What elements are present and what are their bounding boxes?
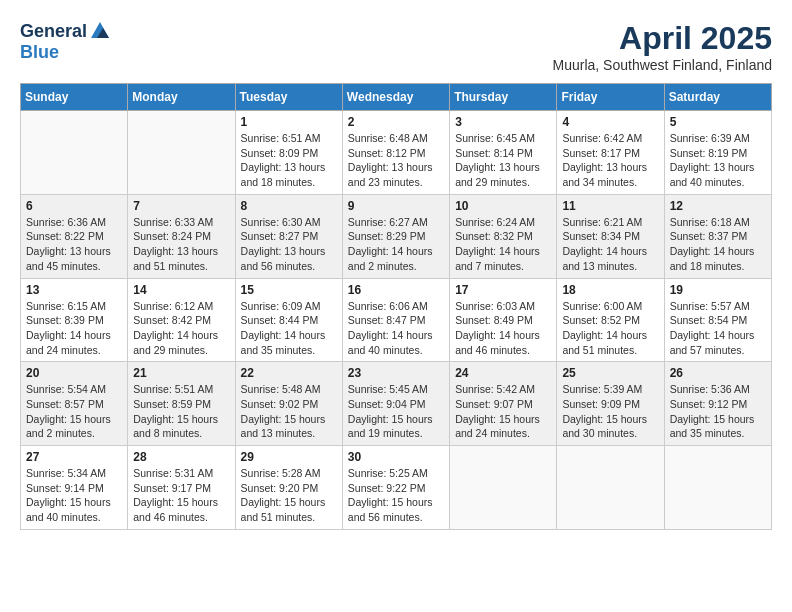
- day-info: Sunrise: 5:57 AM Sunset: 8:54 PM Dayligh…: [670, 299, 766, 358]
- logo-icon: [89, 20, 111, 42]
- day-info: Sunrise: 5:51 AM Sunset: 8:59 PM Dayligh…: [133, 382, 229, 441]
- day-number: 19: [670, 283, 766, 297]
- calendar-cell: 21Sunrise: 5:51 AM Sunset: 8:59 PM Dayli…: [128, 362, 235, 446]
- day-info: Sunrise: 6:12 AM Sunset: 8:42 PM Dayligh…: [133, 299, 229, 358]
- calendar-cell: 26Sunrise: 5:36 AM Sunset: 9:12 PM Dayli…: [664, 362, 771, 446]
- day-info: Sunrise: 5:25 AM Sunset: 9:22 PM Dayligh…: [348, 466, 444, 525]
- calendar-cell: 28Sunrise: 5:31 AM Sunset: 9:17 PM Dayli…: [128, 446, 235, 530]
- day-number: 24: [455, 366, 551, 380]
- day-number: 15: [241, 283, 337, 297]
- day-info: Sunrise: 5:42 AM Sunset: 9:07 PM Dayligh…: [455, 382, 551, 441]
- day-number: 10: [455, 199, 551, 213]
- calendar-cell: 12Sunrise: 6:18 AM Sunset: 8:37 PM Dayli…: [664, 194, 771, 278]
- day-info: Sunrise: 5:48 AM Sunset: 9:02 PM Dayligh…: [241, 382, 337, 441]
- location-text: Muurla, Southwest Finland, Finland: [553, 57, 772, 73]
- weekday-header-monday: Monday: [128, 84, 235, 111]
- day-number: 9: [348, 199, 444, 213]
- day-number: 1: [241, 115, 337, 129]
- day-number: 22: [241, 366, 337, 380]
- day-info: Sunrise: 5:45 AM Sunset: 9:04 PM Dayligh…: [348, 382, 444, 441]
- calendar-cell: [664, 446, 771, 530]
- calendar-cell: 3Sunrise: 6:45 AM Sunset: 8:14 PM Daylig…: [450, 111, 557, 195]
- day-number: 14: [133, 283, 229, 297]
- day-info: Sunrise: 5:34 AM Sunset: 9:14 PM Dayligh…: [26, 466, 122, 525]
- day-info: Sunrise: 6:51 AM Sunset: 8:09 PM Dayligh…: [241, 131, 337, 190]
- day-number: 20: [26, 366, 122, 380]
- calendar-cell: 15Sunrise: 6:09 AM Sunset: 8:44 PM Dayli…: [235, 278, 342, 362]
- weekday-header-thursday: Thursday: [450, 84, 557, 111]
- day-info: Sunrise: 5:54 AM Sunset: 8:57 PM Dayligh…: [26, 382, 122, 441]
- weekday-header-friday: Friday: [557, 84, 664, 111]
- logo: General Blue: [20, 20, 111, 63]
- day-info: Sunrise: 6:06 AM Sunset: 8:47 PM Dayligh…: [348, 299, 444, 358]
- logo-blue-text: Blue: [20, 42, 59, 63]
- calendar-cell: 11Sunrise: 6:21 AM Sunset: 8:34 PM Dayli…: [557, 194, 664, 278]
- calendar-cell: 20Sunrise: 5:54 AM Sunset: 8:57 PM Dayli…: [21, 362, 128, 446]
- day-number: 11: [562, 199, 658, 213]
- day-number: 21: [133, 366, 229, 380]
- day-number: 5: [670, 115, 766, 129]
- title-block: April 2025 Muurla, Southwest Finland, Fi…: [553, 20, 772, 73]
- day-number: 27: [26, 450, 122, 464]
- day-info: Sunrise: 6:42 AM Sunset: 8:17 PM Dayligh…: [562, 131, 658, 190]
- day-number: 23: [348, 366, 444, 380]
- calendar-cell: 17Sunrise: 6:03 AM Sunset: 8:49 PM Dayli…: [450, 278, 557, 362]
- calendar-week-row: 6Sunrise: 6:36 AM Sunset: 8:22 PM Daylig…: [21, 194, 772, 278]
- calendar-week-row: 13Sunrise: 6:15 AM Sunset: 8:39 PM Dayli…: [21, 278, 772, 362]
- calendar-week-row: 1Sunrise: 6:51 AM Sunset: 8:09 PM Daylig…: [21, 111, 772, 195]
- page-header: General Blue April 2025 Muurla, Southwes…: [20, 20, 772, 73]
- month-title: April 2025: [553, 20, 772, 57]
- day-info: Sunrise: 6:45 AM Sunset: 8:14 PM Dayligh…: [455, 131, 551, 190]
- day-info: Sunrise: 6:24 AM Sunset: 8:32 PM Dayligh…: [455, 215, 551, 274]
- calendar-cell: 1Sunrise: 6:51 AM Sunset: 8:09 PM Daylig…: [235, 111, 342, 195]
- weekday-header-wednesday: Wednesday: [342, 84, 449, 111]
- calendar-cell: [128, 111, 235, 195]
- day-number: 12: [670, 199, 766, 213]
- calendar-cell: 23Sunrise: 5:45 AM Sunset: 9:04 PM Dayli…: [342, 362, 449, 446]
- day-info: Sunrise: 6:15 AM Sunset: 8:39 PM Dayligh…: [26, 299, 122, 358]
- calendar-cell: [557, 446, 664, 530]
- day-number: 29: [241, 450, 337, 464]
- calendar-week-row: 27Sunrise: 5:34 AM Sunset: 9:14 PM Dayli…: [21, 446, 772, 530]
- day-info: Sunrise: 6:39 AM Sunset: 8:19 PM Dayligh…: [670, 131, 766, 190]
- day-number: 26: [670, 366, 766, 380]
- day-number: 28: [133, 450, 229, 464]
- day-info: Sunrise: 6:21 AM Sunset: 8:34 PM Dayligh…: [562, 215, 658, 274]
- day-info: Sunrise: 5:31 AM Sunset: 9:17 PM Dayligh…: [133, 466, 229, 525]
- day-number: 4: [562, 115, 658, 129]
- calendar-cell: 9Sunrise: 6:27 AM Sunset: 8:29 PM Daylig…: [342, 194, 449, 278]
- calendar-cell: 8Sunrise: 6:30 AM Sunset: 8:27 PM Daylig…: [235, 194, 342, 278]
- calendar-cell: [450, 446, 557, 530]
- day-info: Sunrise: 6:36 AM Sunset: 8:22 PM Dayligh…: [26, 215, 122, 274]
- weekday-header-saturday: Saturday: [664, 84, 771, 111]
- calendar-cell: 19Sunrise: 5:57 AM Sunset: 8:54 PM Dayli…: [664, 278, 771, 362]
- day-number: 18: [562, 283, 658, 297]
- day-info: Sunrise: 6:30 AM Sunset: 8:27 PM Dayligh…: [241, 215, 337, 274]
- calendar-cell: 27Sunrise: 5:34 AM Sunset: 9:14 PM Dayli…: [21, 446, 128, 530]
- calendar-cell: 2Sunrise: 6:48 AM Sunset: 8:12 PM Daylig…: [342, 111, 449, 195]
- weekday-header-tuesday: Tuesday: [235, 84, 342, 111]
- day-info: Sunrise: 6:48 AM Sunset: 8:12 PM Dayligh…: [348, 131, 444, 190]
- calendar-cell: 24Sunrise: 5:42 AM Sunset: 9:07 PM Dayli…: [450, 362, 557, 446]
- calendar-cell: 30Sunrise: 5:25 AM Sunset: 9:22 PM Dayli…: [342, 446, 449, 530]
- calendar-cell: 10Sunrise: 6:24 AM Sunset: 8:32 PM Dayli…: [450, 194, 557, 278]
- calendar-cell: 5Sunrise: 6:39 AM Sunset: 8:19 PM Daylig…: [664, 111, 771, 195]
- calendar-cell: 7Sunrise: 6:33 AM Sunset: 8:24 PM Daylig…: [128, 194, 235, 278]
- day-number: 13: [26, 283, 122, 297]
- day-info: Sunrise: 5:39 AM Sunset: 9:09 PM Dayligh…: [562, 382, 658, 441]
- day-info: Sunrise: 5:28 AM Sunset: 9:20 PM Dayligh…: [241, 466, 337, 525]
- day-info: Sunrise: 6:09 AM Sunset: 8:44 PM Dayligh…: [241, 299, 337, 358]
- day-number: 25: [562, 366, 658, 380]
- day-number: 6: [26, 199, 122, 213]
- calendar-cell: 25Sunrise: 5:39 AM Sunset: 9:09 PM Dayli…: [557, 362, 664, 446]
- day-info: Sunrise: 6:00 AM Sunset: 8:52 PM Dayligh…: [562, 299, 658, 358]
- day-number: 30: [348, 450, 444, 464]
- calendar-table: SundayMondayTuesdayWednesdayThursdayFrid…: [20, 83, 772, 530]
- calendar-cell: [21, 111, 128, 195]
- calendar-cell: 16Sunrise: 6:06 AM Sunset: 8:47 PM Dayli…: [342, 278, 449, 362]
- calendar-cell: 4Sunrise: 6:42 AM Sunset: 8:17 PM Daylig…: [557, 111, 664, 195]
- calendar-cell: 22Sunrise: 5:48 AM Sunset: 9:02 PM Dayli…: [235, 362, 342, 446]
- day-info: Sunrise: 5:36 AM Sunset: 9:12 PM Dayligh…: [670, 382, 766, 441]
- calendar-cell: 6Sunrise: 6:36 AM Sunset: 8:22 PM Daylig…: [21, 194, 128, 278]
- weekday-header-sunday: Sunday: [21, 84, 128, 111]
